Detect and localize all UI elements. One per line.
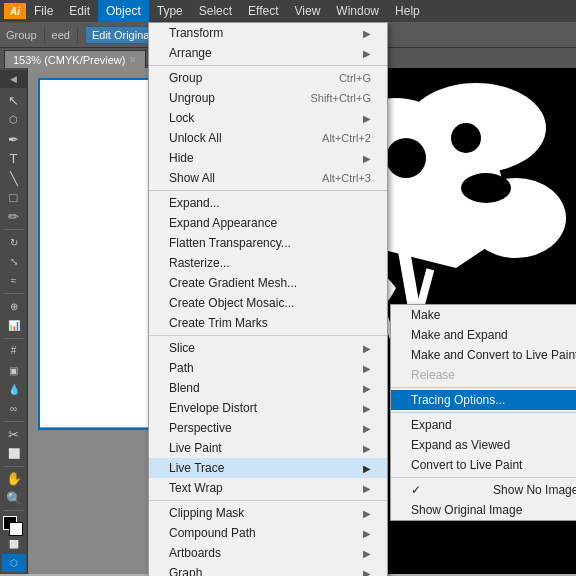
menu-item-perspective[interactable]: Perspective ▶ <box>149 418 387 438</box>
menu-item-text-wrap[interactable]: Text Wrap ▶ <box>149 478 387 498</box>
tool-line[interactable]: ╲ <box>2 169 26 187</box>
menu-select[interactable]: Select <box>191 0 240 22</box>
menu-item-gradient-mesh[interactable]: Create Gradient Mesh... <box>149 273 387 293</box>
menu-item-compound-path[interactable]: Compound Path ▶ <box>149 523 387 543</box>
panel-toggle[interactable]: ◀ <box>10 74 17 84</box>
submenu-arrow: ▶ <box>363 363 371 374</box>
speed-label: eed <box>52 29 70 41</box>
tool-symbol-spray[interactable]: ⊕ <box>2 297 26 315</box>
menu-item-artboards[interactable]: Artboards ▶ <box>149 543 387 563</box>
submenu-item-convert-to-live-paint[interactable]: Convert to Live Paint <box>391 455 576 475</box>
menu-item-hide[interactable]: Hide ▶ <box>149 148 387 168</box>
tool-pen[interactable]: ✒ <box>2 130 26 148</box>
menu-item-transform[interactable]: Transform ▶ <box>149 23 387 43</box>
livetrace-submenu[interactable]: Make Make and Expand Make and Convert to… <box>390 304 576 521</box>
tool-direct-select[interactable]: ⬡ <box>2 111 26 129</box>
toolbar-separator-2 <box>77 27 78 43</box>
document-tab[interactable]: 153% (CMYK/Preview) ✕ <box>4 50 146 68</box>
object-menu[interactable]: Transform ▶ Arrange ▶ Group Ctrl+G Ungro… <box>148 22 388 576</box>
submenu-item-make-convert[interactable]: Make and Convert to Live Paint <box>391 345 576 365</box>
tool-gradient[interactable]: ▣ <box>2 361 26 379</box>
menu-object[interactable]: Object <box>98 0 149 22</box>
submenu-item-show-original-image[interactable]: Show Original Image <box>391 500 576 520</box>
tool-eraser[interactable]: ⬜ <box>2 444 26 462</box>
tool-blend[interactable]: ∞ <box>2 400 26 418</box>
menu-effect[interactable]: Effect <box>240 0 286 22</box>
menu-help[interactable]: Help <box>387 0 428 22</box>
menu-separator-2 <box>149 190 387 191</box>
submenu-item-expand-as-viewed[interactable]: Expand as Viewed <box>391 435 576 455</box>
menu-item-flatten-transparency[interactable]: Flatten Transparency... <box>149 233 387 253</box>
submenu-item-show-no-image[interactable]: ✓ Show No Image <box>391 480 576 500</box>
menu-separator <box>149 65 387 66</box>
tool-eyedropper[interactable]: 💧 <box>2 380 26 398</box>
tool-zoom[interactable]: 🔍 <box>2 489 26 507</box>
submenu-arrow: ▶ <box>363 403 371 414</box>
menu-type[interactable]: Type <box>149 0 191 22</box>
menu-item-trim-marks[interactable]: Create Trim Marks <box>149 313 387 333</box>
tool-rotate[interactable]: ↻ <box>2 233 26 251</box>
tool-type[interactable]: T <box>2 150 26 168</box>
submenu-arrow: ▶ <box>363 28 371 39</box>
submenu-item-release[interactable]: Release <box>391 365 576 385</box>
tool-active[interactable]: ⬡ <box>2 554 26 572</box>
menu-item-blend[interactable]: Blend ▶ <box>149 378 387 398</box>
menu-item-expand-appearance[interactable]: Expand Appearance <box>149 213 387 233</box>
menu-item-object-mosaic[interactable]: Create Object Mosaic... <box>149 293 387 313</box>
menu-separator-4 <box>149 500 387 501</box>
menu-item-clipping-mask[interactable]: Clipping Mask ▶ <box>149 503 387 523</box>
tab-label: 153% (CMYK/Preview) <box>13 54 125 66</box>
tool-scissors[interactable]: ✂ <box>2 425 26 443</box>
tool-separator-6 <box>4 510 24 511</box>
canvas-selection-left <box>38 78 40 428</box>
submenu-item-expand[interactable]: Expand <box>391 415 576 435</box>
menu-file[interactable]: File <box>26 0 61 22</box>
menu-item-envelope-distort[interactable]: Envelope Distort ▶ <box>149 398 387 418</box>
menu-item-arrange[interactable]: Arrange ▶ <box>149 43 387 63</box>
tool-separator-3 <box>4 338 24 339</box>
app-logo: Ai <box>4 3 26 19</box>
fill-stroke-colors[interactable] <box>3 516 25 536</box>
menu-window[interactable]: Window <box>328 0 387 22</box>
submenu-arrow: ▶ <box>363 483 371 494</box>
menu-item-live-trace[interactable]: Live Trace ▶ <box>149 458 387 478</box>
stroke-color[interactable] <box>9 522 23 536</box>
submenu-item-make[interactable]: Make <box>391 305 576 325</box>
tool-mesh[interactable]: # <box>2 342 26 360</box>
submenu-arrow: ▶ <box>363 383 371 394</box>
menu-item-expand[interactable]: Expand... <box>149 193 387 213</box>
checkmark-icon: ✓ <box>411 483 421 497</box>
submenu-item-make-expand[interactable]: Make and Expand <box>391 325 576 345</box>
submenu-arrow: ▶ <box>363 343 371 354</box>
menu-separator-3 <box>149 335 387 336</box>
tool-warp[interactable]: ≈ <box>2 272 26 290</box>
menu-bar: Ai File Edit Object Type Select Effect V… <box>0 0 576 22</box>
tool-column-graph[interactable]: 📊 <box>2 316 26 334</box>
tool-select[interactable]: ↖ <box>2 91 26 109</box>
menu-item-graph[interactable]: Graph ▶ <box>149 563 387 576</box>
tool-hand[interactable]: ✋ <box>2 470 26 488</box>
tool-scale[interactable]: ⤡ <box>2 252 26 270</box>
tool-paintbrush[interactable]: ✏ <box>2 208 26 226</box>
menu-item-live-paint[interactable]: Live Paint ▶ <box>149 438 387 458</box>
menu-item-ungroup[interactable]: Ungroup Shift+Ctrl+G <box>149 88 387 108</box>
menu-item-rasterize[interactable]: Rasterize... <box>149 253 387 273</box>
tool-separator-5 <box>4 466 24 467</box>
color-mode-icon[interactable]: ⬜ <box>9 540 19 549</box>
menu-item-unlock-all[interactable]: Unlock All Alt+Ctrl+2 <box>149 128 387 148</box>
menu-item-slice[interactable]: Slice ▶ <box>149 338 387 358</box>
submenu-arrow: ▶ <box>363 548 371 559</box>
tool-panel: ◀ ↖ ⬡ ✒ T ╲ □ ✏ ↻ ⤡ ≈ ⊕ 📊 # ▣ 💧 ∞ ✂ ⬜ ✋ … <box>0 68 28 574</box>
menu-item-show-all[interactable]: Show All Alt+Ctrl+3 <box>149 168 387 188</box>
submenu-item-tracing-options[interactable]: Tracing Options... <box>391 390 576 410</box>
submenu-separator-3 <box>391 477 576 478</box>
submenu-arrow: ▶ <box>363 463 371 474</box>
menu-view[interactable]: View <box>287 0 329 22</box>
menu-item-path[interactable]: Path ▶ <box>149 358 387 378</box>
tool-rectangle[interactable]: □ <box>2 188 26 206</box>
menu-edit[interactable]: Edit <box>61 0 98 22</box>
submenu-arrow: ▶ <box>363 113 371 124</box>
menu-item-group[interactable]: Group Ctrl+G <box>149 68 387 88</box>
menu-item-lock[interactable]: Lock ▶ <box>149 108 387 128</box>
tab-close-button[interactable]: ✕ <box>129 55 137 65</box>
